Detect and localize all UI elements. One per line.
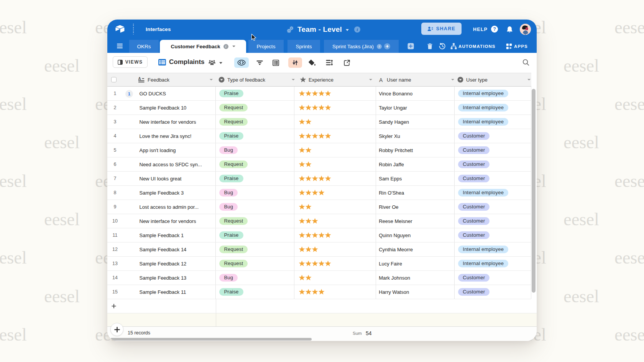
svg-text:A: A [379, 77, 383, 82]
svg-text:A: A [138, 77, 141, 81]
